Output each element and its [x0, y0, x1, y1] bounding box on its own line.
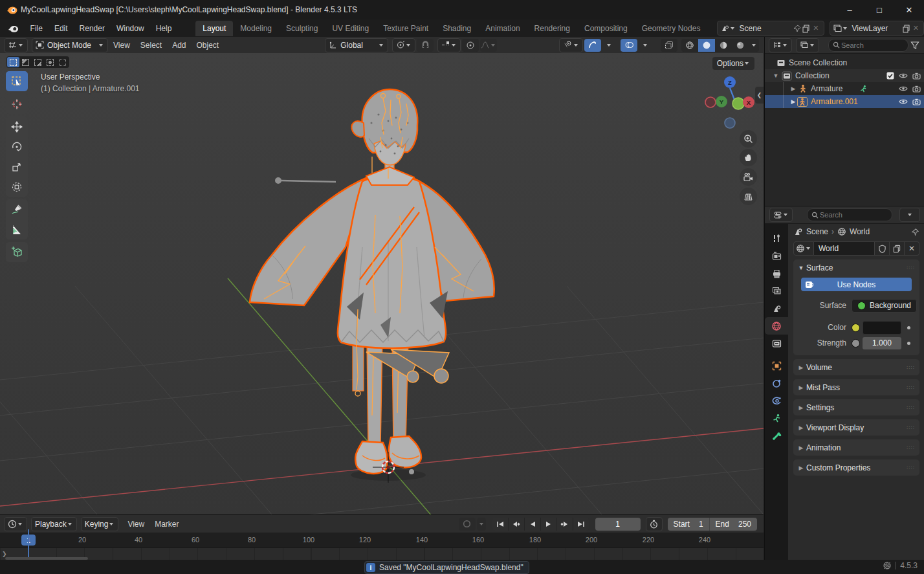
select-mode-extend[interactable] [19, 57, 32, 67]
animate-color-dot[interactable] [907, 326, 910, 329]
render-camera-icon[interactable] [912, 98, 921, 105]
animate-strength-dot[interactable] [907, 342, 910, 345]
copy-datablock-button[interactable] [890, 241, 905, 256]
select-mode-subtract[interactable] [32, 57, 44, 67]
tab-constraints[interactable] [765, 392, 788, 410]
menu-object[interactable]: Object [192, 39, 225, 52]
shading-solid-button[interactable] [698, 39, 715, 52]
zoom-button[interactable] [740, 130, 757, 148]
jump-to-end-button[interactable] [573, 518, 589, 531]
eye-icon[interactable] [899, 98, 908, 105]
tool-measure[interactable] [6, 219, 28, 239]
shading-dropdown[interactable] [749, 39, 759, 52]
camera-view-button[interactable] [740, 168, 757, 186]
gizmos-toggle[interactable] [584, 39, 601, 52]
eye-icon[interactable] [899, 85, 908, 92]
expand-icon[interactable]: ▶ [790, 98, 797, 105]
tab-physics[interactable] [765, 375, 788, 392]
tool-rotate[interactable] [6, 137, 28, 157]
proportional-editing-toggle[interactable] [462, 39, 479, 52]
minimize-button[interactable]: – [835, 0, 864, 19]
mode-dropdown[interactable]: Object Mode [32, 38, 108, 52]
blender-app-menu-icon[interactable] [8, 24, 19, 33]
panel-custom-properties[interactable]: ▶Custom Properties:::: [793, 459, 919, 476]
timeline-marker-menu[interactable]: Marker [149, 518, 184, 531]
tab-render[interactable] [765, 247, 788, 265]
panel-animation[interactable]: ▶Animation:::: [793, 439, 919, 456]
next-keyframe-button[interactable] [557, 518, 573, 531]
panel-drag-handle[interactable]: :::: [907, 265, 915, 270]
panel-settings[interactable]: ▶Settings:::: [793, 399, 919, 415]
surface-value-button[interactable]: Background [852, 299, 917, 313]
menu-help[interactable]: Help [150, 21, 178, 36]
world-browse-button[interactable] [793, 241, 814, 256]
collapse-icon[interactable]: ▼ [773, 72, 779, 79]
auto-keyframe-toggle[interactable] [459, 518, 476, 531]
options-button[interactable]: Options [712, 57, 754, 70]
pin-icon[interactable] [911, 228, 919, 236]
select-mode-intersect[interactable] [56, 57, 69, 67]
show-gizmo-dropdown[interactable] [559, 38, 583, 52]
playback-menu[interactable]: Playback [31, 517, 77, 531]
pivot-point-dropdown[interactable] [392, 38, 415, 52]
transform-orientation-dropdown[interactable]: Global [325, 38, 388, 52]
auto-keyframe-dropdown[interactable] [477, 518, 486, 531]
snap-toggle[interactable] [417, 39, 434, 52]
tool-scale[interactable] [6, 157, 28, 177]
outliner-display-mode[interactable] [769, 38, 792, 52]
timeline-view-menu[interactable]: View [122, 518, 149, 531]
properties-search-input[interactable] [819, 210, 873, 219]
color-swatch[interactable] [863, 321, 901, 335]
outliner-search[interactable] [828, 39, 908, 52]
panel-mist-pass[interactable]: ▶Mist Pass:::: [793, 379, 919, 395]
shading-rendered-button[interactable] [732, 39, 749, 52]
world-name-field[interactable]: World [814, 241, 875, 256]
outliner-row-collection[interactable]: ▼ Collection [765, 69, 924, 82]
perspective-toggle-button[interactable] [740, 188, 757, 205]
strength-field[interactable]: 1.000 [863, 337, 901, 349]
tab-sculpting[interactable]: Sculpting [279, 21, 325, 36]
new-copy-icon[interactable] [902, 24, 911, 33]
menu-edit[interactable]: Edit [49, 21, 74, 36]
tab-rendering[interactable]: Rendering [527, 21, 577, 36]
editor-type-button[interactable] [4, 38, 28, 52]
tab-uv-editing[interactable]: UV Editing [325, 21, 376, 36]
use-nodes-button[interactable]: Use Nodes [801, 278, 912, 291]
character-model[interactable] [250, 89, 494, 474]
play-reverse-button[interactable] [525, 518, 541, 531]
snap-settings-dropdown[interactable] [437, 38, 461, 52]
tab-layout[interactable]: Layout [195, 21, 233, 36]
panel-viewport-display[interactable]: ▶Viewport Display:::: [793, 419, 919, 436]
tab-scripting[interactable]: Scripting [707, 21, 711, 36]
use-preview-range-button[interactable] [646, 517, 663, 531]
tool-select-box[interactable] [6, 71, 28, 91]
pan-button[interactable] [740, 149, 757, 166]
tab-modeling[interactable]: Modeling [233, 21, 279, 36]
surface-panel-header[interactable]: ▼ Surface :::: [793, 260, 919, 275]
overlays-toggle[interactable] [621, 39, 637, 52]
tab-world[interactable] [765, 317, 788, 335]
tool-transform[interactable] [6, 177, 28, 197]
select-mode-invert[interactable] [44, 57, 56, 67]
properties-options-dropdown[interactable] [899, 208, 920, 222]
proportional-falloff-dropdown[interactable] [480, 39, 497, 52]
timeline-editor-type[interactable] [4, 517, 27, 531]
shading-material-button[interactable] [715, 39, 732, 52]
tab-view-layer[interactable] [765, 282, 788, 300]
playhead-line[interactable] [28, 529, 29, 557]
new-copy-icon[interactable] [802, 24, 811, 33]
sidebar-toggle[interactable]: ❮ [755, 87, 764, 104]
tab-object[interactable] [765, 357, 788, 375]
menu-view[interactable]: View [108, 39, 135, 52]
tab-collection[interactable] [765, 335, 788, 352]
gizmo-neg-y-axis[interactable] [732, 98, 744, 109]
checkbox-icon[interactable] [886, 72, 894, 80]
fake-user-button[interactable] [875, 241, 890, 256]
viewport-3d[interactable]: User Perspective (1) Collection | Armatu… [0, 53, 764, 514]
properties-editor-type[interactable] [769, 208, 793, 222]
play-button[interactable] [541, 518, 557, 531]
outliner-row-armature-001[interactable]: ▶ Armature.001 [765, 95, 924, 108]
gizmos-dropdown[interactable] [602, 39, 619, 52]
menu-render[interactable]: Render [74, 21, 111, 36]
gizmo-neg-x-axis[interactable] [705, 97, 716, 107]
